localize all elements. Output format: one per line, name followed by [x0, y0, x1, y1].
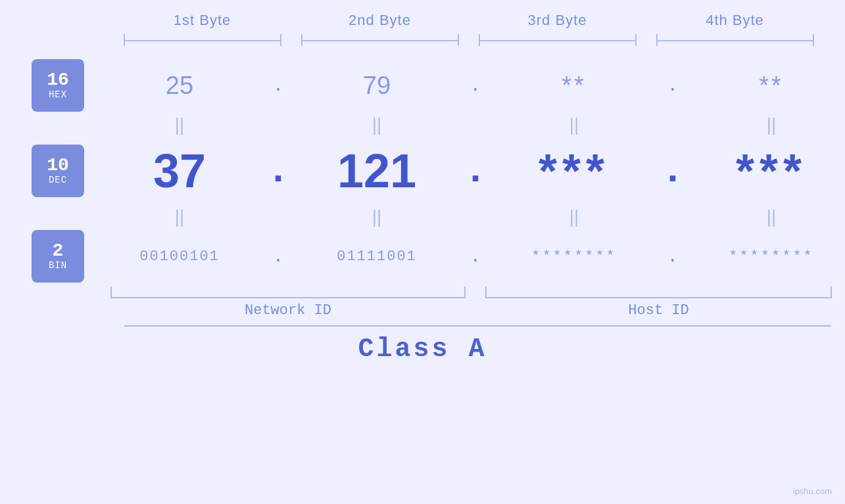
net-bracket-line: [110, 297, 466, 298]
hex-row: 25 . 79 . ** . **: [91, 59, 845, 112]
host-id-label: Host ID: [485, 302, 845, 319]
hex-dot3: .: [663, 76, 683, 96]
dec-dot2: .: [466, 149, 485, 193]
eq1-byte4-val: ||: [767, 114, 777, 135]
bottom-brackets-container: [110, 286, 845, 298]
dec-row: 37 . 121 . *** . ***: [91, 138, 845, 204]
badge-bin-number: 2: [53, 242, 64, 260]
dec-byte3: ***: [485, 144, 663, 198]
badge-dec-wrapper: 10 DEC: [32, 138, 84, 204]
net-bracket-right: [464, 286, 466, 297]
host-bracket: [485, 286, 845, 298]
badge-dec-number: 10: [47, 156, 69, 175]
watermark: ipshu.com: [793, 486, 832, 496]
network-id-label: Network ID: [110, 302, 466, 319]
top-brackets: [0, 34, 845, 46]
host-bracket-left: [485, 286, 487, 297]
bottom-bracket-area: [0, 286, 845, 298]
eq1-byte2-val: ||: [372, 114, 382, 135]
badge-bin: 2 BIN: [32, 230, 84, 283]
hex-byte4: **: [683, 72, 845, 100]
eq2-byte4: ||: [683, 206, 845, 227]
bin-byte3-value: ********: [531, 248, 617, 265]
hex-byte3: **: [485, 72, 663, 100]
badge-bin-wrapper: 2 BIN: [32, 230, 84, 283]
host-bracket-line: [485, 297, 832, 298]
bin-byte3: ********: [485, 248, 663, 265]
bin-byte4: ********: [683, 248, 845, 265]
hex-dot2: .: [466, 76, 485, 96]
eq1-byte2: ||: [288, 114, 466, 135]
class-label-row: Class A: [0, 334, 845, 364]
bracket-byte2: [291, 34, 469, 46]
hex-dot1: .: [268, 76, 288, 96]
dec-byte2-value: 121: [337, 144, 416, 198]
byte1-header: 1st Byte: [114, 12, 291, 29]
eq2-byte4-val: ||: [767, 206, 777, 227]
eq2-byte1-val: ||: [175, 206, 185, 227]
id-labels-row: Network ID Host ID: [0, 302, 845, 319]
dec-byte1: 37: [91, 144, 268, 198]
bin-dot1: .: [268, 246, 288, 267]
dec-byte1-value: 37: [153, 144, 206, 198]
dec-byte2: 121: [288, 144, 466, 198]
network-bracket: [110, 286, 466, 298]
equals-row1: || || || ||: [91, 112, 845, 138]
byte-headers-row: 1st Byte 2nd Byte 3rd Byte 4th Byte: [0, 0, 845, 29]
eq2-byte3-val: ||: [569, 206, 579, 227]
hex-byte2-value: 79: [363, 72, 391, 100]
badge-dec: 10 DEC: [32, 145, 84, 197]
hex-byte3-value: **: [562, 72, 587, 100]
eq2-byte1: ||: [91, 206, 268, 227]
bracket-byte4: [646, 34, 824, 46]
net-bracket-left: [110, 286, 112, 297]
bin-byte1-value: 00100101: [139, 248, 220, 265]
bin-byte2: 01111001: [288, 248, 466, 265]
badges-column: 16 HEX 10 DEC 2 BIN: [32, 59, 84, 283]
eq1-byte3: ||: [485, 114, 663, 135]
byte2-header: 2nd Byte: [291, 12, 469, 29]
badge-hex: 16 HEX: [32, 59, 84, 112]
badge-bin-label: BIN: [49, 260, 67, 271]
dec-dot1: .: [268, 149, 288, 193]
host-bracket-right: [831, 286, 832, 297]
dec-dot3-char: .: [661, 149, 685, 193]
main-content: 16 HEX 10 DEC 2 BIN: [0, 59, 845, 283]
hex-byte1: 25: [91, 72, 268, 100]
eq2-byte2: ||: [288, 206, 466, 227]
bin-byte2-value: 01111001: [337, 248, 417, 265]
class-label: Class A: [358, 334, 487, 364]
badge-hex-label: HEX: [49, 89, 67, 100]
hex-byte2: 79: [288, 72, 466, 100]
byte4-header: 4th Byte: [646, 12, 824, 29]
badge-hex-wrapper: 16 HEX: [32, 59, 84, 112]
large-bottom-bracket: [124, 325, 831, 327]
dec-dot2-char: .: [464, 149, 487, 193]
dec-byte4-value: ***: [736, 144, 807, 198]
eq1-byte1-val: ||: [175, 114, 185, 135]
hex-byte4-value: **: [759, 72, 784, 100]
dec-dot1-char: .: [266, 149, 290, 193]
bin-byte1: 00100101: [91, 248, 268, 265]
page-container: 1st Byte 2nd Byte 3rd Byte 4th Byte: [0, 0, 845, 504]
eq1-byte1: ||: [91, 114, 268, 135]
eq1-byte3-val: ||: [569, 114, 579, 135]
eq1-byte4: ||: [683, 114, 845, 135]
badge-dec-label: DEC: [49, 175, 67, 185]
badge-hex-number: 16: [47, 71, 69, 89]
equals-row2: || || || ||: [91, 204, 845, 230]
values-rows: 25 . 79 . ** . **: [91, 59, 845, 283]
bin-dot2: .: [466, 246, 485, 267]
eq2-byte2-val: ||: [372, 206, 382, 227]
dec-dot3: .: [663, 149, 683, 193]
hex-byte1-value: 25: [166, 72, 193, 100]
eq2-byte3: ||: [485, 206, 663, 227]
bin-row: 00100101 . 01111001 . ******** .: [91, 230, 845, 283]
bin-byte4-value: ********: [729, 248, 814, 265]
bracket-byte1: [114, 34, 291, 46]
byte3-header: 3rd Byte: [469, 12, 646, 29]
labels-gap: [466, 302, 485, 319]
bracket-byte3: [469, 34, 646, 46]
dec-byte4: ***: [683, 144, 845, 198]
dec-byte3-value: ***: [539, 144, 610, 198]
